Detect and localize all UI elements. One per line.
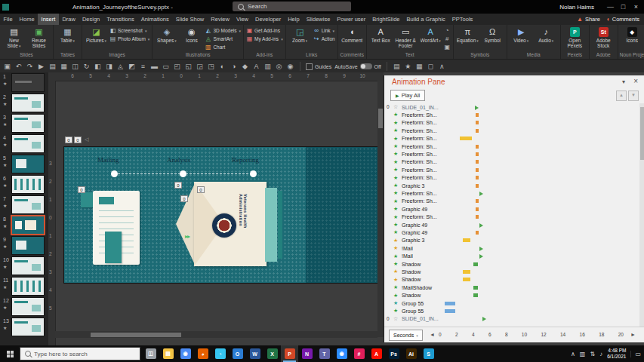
3d-models-button[interactable]: ◭3D Models▾: [205, 26, 241, 35]
slide-thumbnail-1[interactable]: [12, 74, 44, 91]
slide-thumbnail-8[interactable]: [12, 216, 44, 234]
chart-button[interactable]: ▥Chart: [205, 43, 241, 51]
bring-forward-icon[interactable]: ◐: [218, 63, 226, 70]
equation-button[interactable]: πEquation▾: [456, 26, 479, 44]
shapes-button[interactable]: ◈Shapes▾: [155, 26, 178, 44]
ribbon-tab-view[interactable]: View: [233, 14, 251, 25]
reset-icon[interactable]: ↻: [82, 63, 91, 70]
milestone-label-analysis[interactable]: Analysis: [167, 156, 191, 164]
ribbon-tab-help[interactable]: Help: [285, 14, 303, 25]
animation-item[interactable]: ★Group 55: [384, 307, 639, 314]
link-button[interactable]: ∞Link▾: [313, 26, 335, 35]
slide-thumbnail-5[interactable]: [12, 155, 44, 173]
close-button[interactable]: ×: [630, 0, 642, 14]
taskbar-app-chrome[interactable]: ◉: [177, 345, 194, 362]
text-box-icon[interactable]: A: [252, 63, 260, 70]
offslide-teal-band[interactable]: [306, 147, 378, 283]
animation-item[interactable]: ★Shadow: [384, 268, 639, 275]
animation-item[interactable]: ★Freeform: Sh...: [384, 143, 639, 150]
ribbon-tab-slide-show[interactable]: Slide Show: [172, 14, 208, 25]
new-slide-icon[interactable]: ▦: [60, 63, 68, 70]
taskbar-app-edge[interactable]: ◔: [211, 345, 229, 362]
veterans-health-seal[interactable]: [212, 213, 236, 238]
ribbon-tab-transitions[interactable]: Transitions: [103, 14, 137, 25]
action-button[interactable]: ↪Action: [313, 35, 335, 43]
slide-canvas[interactable]: Mailing Analysis Reporting Veterans Heal…: [64, 147, 378, 283]
noun-project-icons-button[interactable]: ◆Icons: [621, 26, 644, 43]
taskbar-clock[interactable]: 4:48 PM 6/1/2021: [607, 348, 626, 360]
object-button[interactable]: ▣: [444, 43, 451, 51]
ribbon-tab-review[interactable]: Review: [208, 14, 233, 25]
animation-item[interactable]: ★Freeform: Sh...: [384, 198, 639, 205]
wordart-button[interactable]: AWordArt▾: [419, 26, 442, 44]
animation-item[interactable]: ★Shadow: [384, 260, 639, 268]
ribbon-tab-home[interactable]: Home: [16, 14, 38, 25]
move-earlier-button[interactable]: ▲: [616, 90, 627, 101]
slide-thumbnail-11[interactable]: [12, 278, 44, 295]
taskbar-app-illustrator[interactable]: Ai: [402, 345, 420, 362]
slide-thumbnail-13[interactable]: [12, 318, 44, 336]
shapes-icon[interactable]: ◆: [241, 63, 249, 70]
ribbon-tab-build-a-graphic[interactable]: Build a Graphic: [403, 14, 448, 25]
ribbon-tab-power-user[interactable]: Power user: [334, 14, 369, 25]
collapse-ribbon-icon[interactable]: ∧: [438, 63, 446, 70]
guides-checkbox[interactable]: Guides: [306, 63, 331, 70]
animation-item[interactable]: ★Freeform: Sh...: [384, 189, 639, 197]
rotate-icon[interactable]: ◲: [196, 63, 204, 70]
timeline-node-analysis[interactable]: [180, 170, 186, 177]
ungroup-icon[interactable]: ◱: [184, 63, 193, 70]
ribbon-tab-insert[interactable]: Insert: [38, 14, 59, 25]
reuse-slides-button[interactable]: ▣Reuse Slides: [27, 26, 51, 48]
audio-button[interactable]: ♪Audio▾: [535, 26, 558, 44]
canvas-vertical-scroll-thumb[interactable]: [378, 109, 383, 128]
slide-number-button[interactable]: #: [444, 35, 451, 43]
grid-settings-icon[interactable]: ▦: [415, 63, 424, 70]
slide-thumbnail-2[interactable]: [12, 94, 44, 112]
teal-block-shape[interactable]: [105, 232, 122, 263]
animation-painter-icon[interactable]: ★: [404, 63, 412, 70]
animation-item[interactable]: ★Freeform: Sh...: [384, 127, 639, 134]
taskbar-app-excel[interactable]: X: [263, 345, 281, 362]
milestone-label-reporting[interactable]: Reporting: [232, 156, 259, 164]
onedrive-icon[interactable]: ▥: [580, 351, 586, 357]
align-left-icon[interactable]: ≡: [139, 63, 147, 70]
print-icon[interactable]: ▤: [48, 63, 57, 70]
my-add-ins-button[interactable]: ▦My Add-ins▾: [246, 35, 283, 43]
icons-button[interactable]: ◉Icons: [180, 26, 203, 43]
timeline-scroll-right-icon[interactable]: ►: [630, 332, 636, 337]
animation-item[interactable]: 0☆SLIDE_01_IN...: [384, 103, 639, 111]
canvas-horizontal-scroll-thumb[interactable]: [91, 333, 181, 337]
video-button[interactable]: ▶Video▾: [510, 26, 533, 44]
ribbon-tab-slidewise[interactable]: Slidewise: [303, 14, 334, 25]
animation-item[interactable]: ★Group 55: [384, 299, 639, 307]
animation-item[interactable]: ★Freeform: Sh...: [384, 158, 639, 166]
header-footer-button[interactable]: ▭Header & Footer: [394, 26, 418, 48]
group-icon[interactable]: ◰: [173, 63, 181, 70]
redo-icon[interactable]: ↷: [26, 63, 34, 70]
eyedropper-icon[interactable]: ◉: [286, 63, 294, 70]
minimize-button[interactable]: —: [604, 0, 617, 14]
slide-thumbnail-7[interactable]: [12, 196, 44, 213]
play-all-button[interactable]: ▶ Play All: [390, 90, 425, 101]
taskbar-app-firefox[interactable]: ◕: [194, 345, 211, 362]
animation-item[interactable]: ★Freeform: Sh...: [384, 135, 639, 143]
screenshot-button[interactable]: ◧Screenshot▾: [109, 26, 149, 35]
slide-thumbnail-3[interactable]: [12, 115, 44, 132]
taskbar-app-word[interactable]: W: [246, 345, 263, 362]
cut-icon[interactable]: ◬: [116, 63, 125, 70]
animation-item[interactable]: ★Freeform: Sh...: [384, 166, 639, 173]
ribbon-tab-pptools[interactable]: PPTools: [448, 14, 476, 25]
taskbar-app-teams[interactable]: T: [316, 345, 333, 362]
start-slideshow-icon[interactable]: ▶: [37, 63, 45, 70]
animation-item[interactable]: ★Graphic 49: [384, 229, 639, 236]
taskbar-app-snagit[interactable]: S: [420, 345, 437, 362]
animation-item[interactable]: ★Freeform: Sh...: [384, 111, 639, 118]
table-button[interactable]: ▦Table▾: [56, 26, 79, 44]
taskbar-search-input[interactable]: Type here to search: [20, 347, 140, 360]
teal-stripe-dark-shape[interactable]: [278, 191, 282, 259]
animation-item[interactable]: ★Freeform: Sh...: [384, 119, 639, 127]
animation-item[interactable]: ★Graphic 3: [384, 237, 639, 244]
adobe-stock-button[interactable]: StAdobe Stock: [592, 26, 615, 48]
taskbar-app-slack[interactable]: #: [350, 345, 368, 362]
comments-button[interactable]: ◖ Comments: [606, 16, 639, 23]
